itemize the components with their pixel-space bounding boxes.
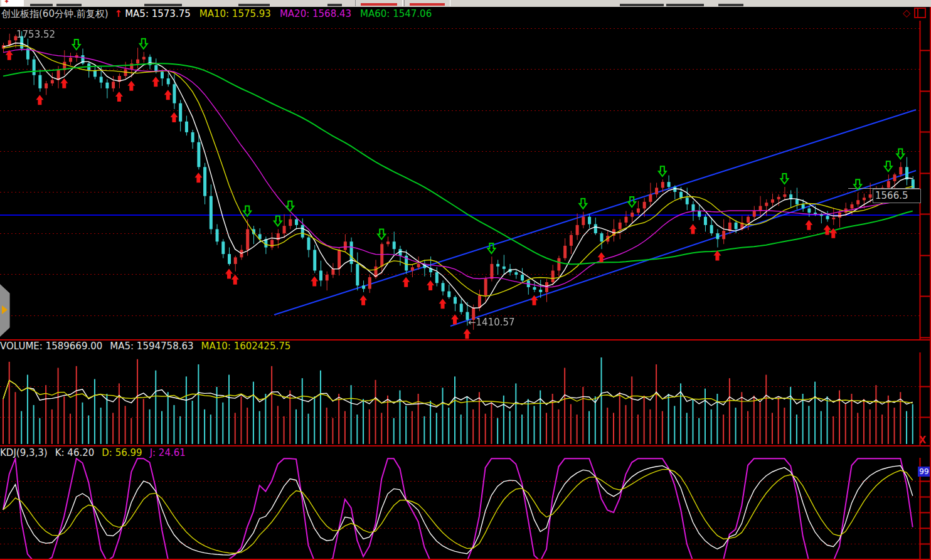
period-low-label: ←1410.57 <box>468 317 515 328</box>
volume-header: VOLUME: 1589669.00 MA5: 1594758.63 MA10:… <box>0 341 931 352</box>
candlestick-chart[interactable] <box>0 21 931 339</box>
volume-value: VOLUME: 1589669.00 <box>0 341 102 352</box>
menu-item-clipped[interactable] <box>666 4 704 6</box>
indicator-close-icon[interactable]: X <box>919 435 927 446</box>
menu-item-clipped[interactable] <box>68 4 77 6</box>
diamond-icon[interactable]: ◇ <box>903 8 910 18</box>
kdj-chart[interactable] <box>0 458 931 559</box>
split-pane-icon[interactable] <box>914 8 926 18</box>
menu-item-clipped[interactable] <box>144 4 182 6</box>
ma10-legend: MA10: 1575.93 <box>200 8 271 19</box>
chart-corner-icons: ◇ <box>903 8 926 18</box>
chart-title-bar: 创业板指(60分钟.前复权) ↑ MA5: 1573.75 MA10: 1575… <box>0 7 931 21</box>
period-high-label: 1753.52 <box>16 29 55 40</box>
trading-app-window: ✦ 创业板指(60分钟.前复权) ↑ MA5: 1573.75 MA10: 15… <box>0 0 931 560</box>
ma5-legend: MA5: 1573.75 <box>125 8 191 19</box>
menu-item-clipped[interactable] <box>327 4 336 6</box>
pane-separator[interactable] <box>0 445 931 446</box>
kdj-name: KDJ(9,3,3) <box>0 447 48 458</box>
menu-item-clipped[interactable] <box>30 4 53 6</box>
menu-item-clipped[interactable] <box>718 4 743 6</box>
expand-arrow-icon <box>2 305 8 314</box>
kdj-j: J: 24.61 <box>150 447 186 458</box>
ma20-legend: MA20: 1568.43 <box>280 8 351 19</box>
menu-item-clipped[interactable] <box>238 4 270 6</box>
menu-item-highlight[interactable] <box>404 0 450 6</box>
menu-item-highlight[interactable] <box>355 0 403 6</box>
volume-chart[interactable] <box>0 352 931 445</box>
volume-ma5: MA5: 1594758.63 <box>110 341 193 352</box>
kdj-d: D: 56.99 <box>102 447 142 458</box>
buy-arrow-icon: ↑ <box>115 8 123 19</box>
kdj-header: KDJ(9,3,3) K: 46.20 D: 56.99 J: 24.61 <box>0 447 931 458</box>
ma60-legend: MA60: 1547.06 <box>360 8 432 19</box>
volume-ma10: MA10: 1602425.75 <box>201 341 291 352</box>
menu-item-clipped[interactable] <box>620 4 664 6</box>
kdj-scale-badge: 99 <box>918 467 930 477</box>
last-price-label: 1566.5 <box>873 189 921 203</box>
menu-item-clipped[interactable] <box>336 4 342 6</box>
kdj-k: K: 46.20 <box>55 447 95 458</box>
app-logo-icon: ✦ <box>1 0 24 6</box>
instrument-title: 创业板指(60分钟.前复权) <box>1 8 109 20</box>
